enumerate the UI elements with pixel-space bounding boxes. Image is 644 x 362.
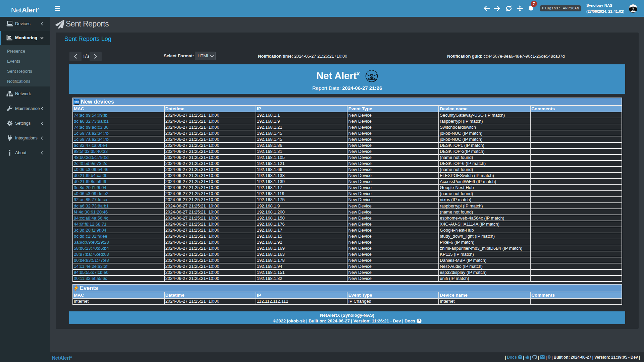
svg-text:?: ? bbox=[418, 319, 420, 323]
svg-text:NEW: NEW bbox=[74, 101, 79, 103]
svg-text:?: ? bbox=[519, 356, 521, 359]
